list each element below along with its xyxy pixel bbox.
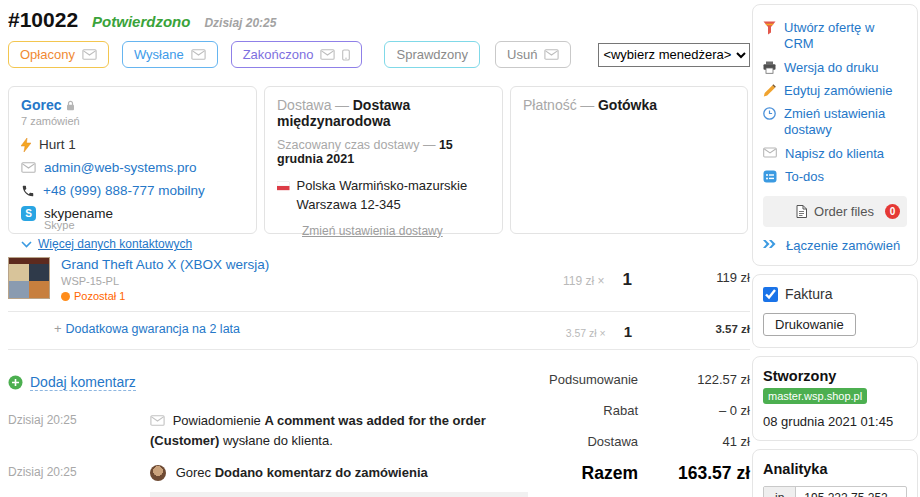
- status-paid-label: Opłacony: [20, 47, 75, 62]
- customer-email-link[interactable]: admin@web-systems.pro: [44, 160, 197, 175]
- add-comment-link[interactable]: Dodaj komentarz: [8, 374, 528, 391]
- analytics-panel: Analityka ip 195.222.75.252: [752, 449, 918, 497]
- more-contact-link[interactable]: Więcej danych kontaktowych: [21, 237, 244, 251]
- skype-icon: S: [21, 206, 36, 221]
- edit-order-link[interactable]: Edytuj zamówienie: [763, 83, 907, 99]
- envelope-icon: [150, 415, 165, 426]
- merge-orders-link[interactable]: Łączenie zamówień: [763, 238, 907, 254]
- todos-label: To-dos: [785, 169, 824, 185]
- status-verified-button[interactable]: Sprawdzony: [384, 41, 480, 68]
- write-to-client-link[interactable]: Napisz do klienta: [763, 146, 907, 162]
- total-label: Dostawa: [587, 434, 638, 449]
- ip-key: ip: [764, 487, 796, 497]
- print-version-label: Wersja do druku: [784, 60, 878, 76]
- product-sku: WSP-15-PL: [61, 275, 472, 287]
- total-row: Podsumowanie 122.57 zł: [528, 368, 750, 399]
- invoice-checkbox[interactable]: [763, 287, 778, 302]
- product-stock: Pozostał 1: [74, 290, 125, 302]
- item-qty: 1: [623, 270, 632, 290]
- created-panel: Stworzony master.wsp.shop.pl 08 grudnia …: [752, 356, 918, 441]
- write-to-client-label: Napisz do klienta: [785, 146, 884, 162]
- delivery-eta-label: Szacowany czas dostawy —: [277, 138, 435, 152]
- total-row: Rabat – 0 zł: [528, 399, 750, 430]
- clock-icon: [763, 107, 776, 120]
- customer-panel: Gorec 7 zamówień Hurt 1 admin@web-system…: [8, 86, 257, 234]
- order-header: #10022 Potwierdzono Dzisiaj 20:25: [8, 4, 750, 38]
- status-completed-label: Zakończono: [243, 47, 314, 62]
- skype-label: Skype: [44, 219, 244, 231]
- order-files-badge: 0: [885, 204, 900, 219]
- total-label: Podsumowanie: [549, 372, 638, 387]
- status-verified-label: Sprawdzony: [396, 47, 468, 62]
- item-total: 119 zł: [632, 257, 750, 285]
- comment-author: Gorec: [176, 465, 211, 480]
- chevron-down-icon: [21, 241, 32, 248]
- order-files-label: Order files: [814, 204, 874, 219]
- item-price-x: 3.57 zł ×: [566, 327, 606, 339]
- ip-row: ip 195.222.75.252: [763, 486, 907, 497]
- mail-icon: [320, 49, 335, 60]
- grand-total-value: 163.57 zł: [638, 463, 750, 484]
- status-completed-button[interactable]: Zakończono: [231, 41, 363, 68]
- notification-prefix: Powiadomienie: [173, 413, 261, 428]
- total-value: 122.57 zł: [638, 372, 750, 387]
- add-comment-label: Dodaj komentarz: [30, 374, 136, 391]
- mail-icon: [191, 49, 206, 60]
- delivery-panel: Dostawa — Dostawa międzynarodowa Szacowa…: [264, 86, 503, 234]
- comment-body: Komentarz do zamówienia: [150, 492, 528, 497]
- edit-order-label: Edytuj zamówienie: [784, 83, 892, 99]
- invoice-panel: Faktura Drukowanie: [752, 274, 918, 348]
- invoice-label: Faktura: [785, 286, 832, 302]
- history-entry: Dzisiaj 20:25 Gorec Dodano komentarz do …: [8, 463, 528, 497]
- mail-icon: [82, 49, 97, 60]
- order-files-button[interactable]: Order files 0: [763, 196, 907, 227]
- status-sent-label: Wysłane: [134, 47, 184, 62]
- print-invoice-button[interactable]: Drukowanie: [763, 313, 856, 336]
- order-status-time: Dzisiaj 20:25: [204, 16, 276, 30]
- todos-icon: [763, 170, 777, 183]
- poland-flag-icon: [277, 180, 290, 192]
- order-number: #10022: [8, 8, 78, 32]
- created-label: Stworzony: [763, 368, 836, 384]
- status-sent-button[interactable]: Wysłane: [122, 41, 218, 68]
- total-label: Rabat: [603, 403, 638, 418]
- payment-label: Płatność: [523, 97, 577, 113]
- phone-icon: [21, 184, 35, 198]
- plus-circle-icon: [8, 375, 23, 390]
- analytics-title: Analityka: [763, 461, 907, 477]
- more-contact-label: Więcej danych kontaktowych: [38, 237, 192, 251]
- product-image[interactable]: [8, 257, 50, 299]
- notification-suffix: wysłane do klienta.: [223, 433, 333, 448]
- lightning-icon: [21, 138, 31, 152]
- separator: —: [580, 97, 594, 113]
- status-buttons-row: Opłacony Wysłane Zakończono Sprawdzony U…: [8, 41, 750, 68]
- grand-total-label: Razem: [582, 463, 638, 484]
- total-value: – 0 zł: [638, 403, 750, 418]
- separator: —: [335, 97, 349, 113]
- order-page: #10022 Potwierdzono Dzisiaj 20:25 Opłaco…: [0, 0, 920, 497]
- delete-order-button[interactable]: Usuń: [495, 41, 571, 68]
- change-delivery-link[interactable]: Zmień ustawienia dostawy: [302, 224, 443, 238]
- manager-select[interactable]: <wybierz menedżera>: [598, 43, 750, 67]
- payment-panel: Płatność — Gotówka: [510, 86, 748, 234]
- item-total: 3.57 zł: [632, 321, 750, 335]
- origin-badge: master.wsp.shop.pl: [763, 388, 867, 404]
- guarantee-link[interactable]: Dodatkowa gwarancja na 2 lata: [66, 322, 240, 336]
- customer-phone-link[interactable]: +48 (999) 888-777 mobilny: [43, 183, 205, 198]
- delete-order-label: Usuń: [507, 47, 537, 62]
- create-crm-offer-link[interactable]: Utwórz ofertę w CRM: [763, 20, 907, 53]
- change-delivery-settings-label: Zmień ustawienia dostawy: [784, 106, 907, 139]
- plus-prefix: +: [54, 321, 62, 336]
- merge-arrows-icon: [763, 239, 778, 249]
- total-value: 41 zł: [638, 434, 750, 449]
- info-panels-row: Gorec 7 zamówień Hurt 1 admin@web-system…: [8, 86, 750, 234]
- item-price-x: 119 zł ×: [563, 274, 604, 288]
- print-version-link[interactable]: Wersja do druku: [763, 60, 907, 76]
- product-title-link[interactable]: Grand Theft Auto X (XBOX wersja): [61, 257, 269, 272]
- change-delivery-settings-link[interactable]: Zmień ustawienia dostawy: [763, 106, 907, 139]
- order-items: Grand Theft Auto X (XBOX wersja) WSP-15-…: [8, 248, 750, 350]
- todos-link[interactable]: To-dos: [763, 169, 907, 185]
- customer-name-link[interactable]: Gorec: [21, 97, 61, 113]
- stock-dot-icon: [61, 292, 70, 301]
- status-paid-button[interactable]: Opłacony: [8, 41, 109, 68]
